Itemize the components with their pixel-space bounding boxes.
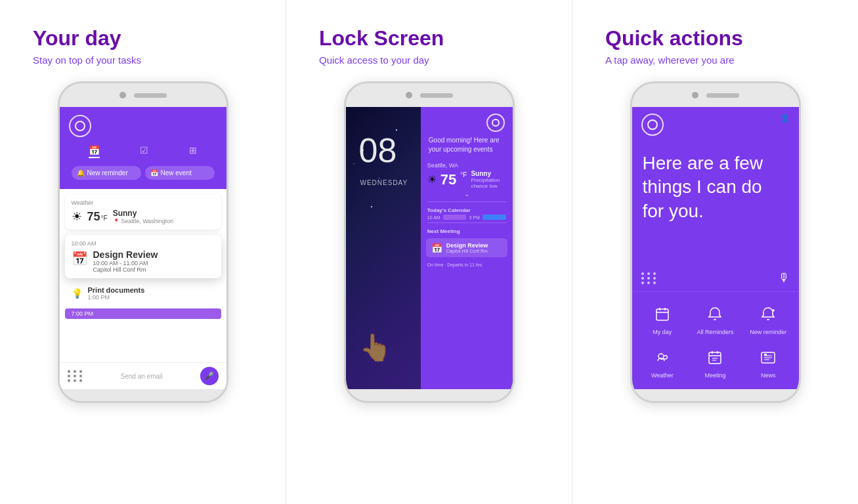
lockscreen-city: Seattle, WA xyxy=(421,158,513,170)
svg-rect-0 xyxy=(656,309,668,320)
star-5 xyxy=(371,206,372,207)
section-3-title: Quick actions xyxy=(586,26,743,51)
action-new-reminder[interactable]: New reminder xyxy=(742,297,795,341)
new-event-button[interactable]: 📅 New event xyxy=(145,166,215,180)
phone-2-top-bar xyxy=(346,83,513,107)
all-reminders-label: All Reminders xyxy=(697,329,733,335)
calendar-section-label: Today's Calendar xyxy=(421,205,513,215)
phone-1-screen: 📅 ☑ ⊞ 🔔 New reminder 📅 New event xyxy=(60,107,226,389)
p3-dot-9 xyxy=(653,282,656,284)
cortana-inner-3 xyxy=(647,119,658,130)
action-weather[interactable]: Weather xyxy=(636,341,689,384)
phone-3-top-bar xyxy=(632,83,799,107)
action-meeting[interactable]: Meeting xyxy=(689,341,742,384)
svg-rect-19 xyxy=(764,354,767,356)
calendar-bar-blue xyxy=(483,215,506,220)
cortana-greeting: Good morning! Here are your upcoming eve… xyxy=(421,136,513,154)
cortana-logo-1 xyxy=(69,115,91,137)
user-icon[interactable]: 👤 xyxy=(780,114,790,123)
event-title: Design Review xyxy=(93,249,158,260)
chevron-down-icon[interactable]: ⌄ xyxy=(421,189,513,199)
all-reminders-icon xyxy=(703,303,727,326)
event-row: 📅 Design Review 10:00 AM - 11:00 AM Capi… xyxy=(72,249,215,273)
section-3-subtitle: A tap away, wherever you are xyxy=(586,54,735,66)
phone-3: 👤 Here are a few things I can do for you… xyxy=(630,81,801,403)
weather-row: ☀ 75 °F Sunny 📍 Seattle, Washington xyxy=(72,209,215,224)
tab-icon-check[interactable]: ☑ xyxy=(140,145,148,158)
star-2 xyxy=(379,178,379,178)
p3-dot-8 xyxy=(647,282,650,284)
weather-info: Sunny 📍 Seattle, Washington xyxy=(113,209,174,224)
dot-6 xyxy=(79,375,82,377)
reminder-row: 💡 Print documents 1:00 PM xyxy=(65,282,221,304)
section-1-subtitle: Stay on top of your tasks xyxy=(13,54,141,66)
event-popup: 10:00 AM 📅 Design Review 10:00 AM - 11:0… xyxy=(65,235,221,278)
phone-2-bottom-bar xyxy=(346,389,513,401)
phone-3-speaker xyxy=(706,93,739,98)
weather-card-label: Weather xyxy=(72,200,215,206)
dot-8 xyxy=(74,379,76,382)
cp-divider-2 xyxy=(427,222,506,223)
phone-3-bottom-bar xyxy=(632,389,799,401)
p3-dot-5 xyxy=(647,277,650,280)
phone-1-tabs: 📅 ☑ ⊞ xyxy=(69,142,217,161)
next-meeting-label: Next Meeting xyxy=(421,226,513,236)
dot-2 xyxy=(74,370,76,373)
event-time: 10:00 AM - 11:00 AM xyxy=(93,260,158,266)
lockscreen-condition: Sunny xyxy=(471,170,505,177)
mic-icon-3[interactable]: 🎙 xyxy=(778,271,790,285)
cortana-inner-circle-1 xyxy=(75,121,85,131)
meeting-calendar-icon: 📅 xyxy=(431,243,442,253)
tab-icon-calendar[interactable]: 📅 xyxy=(89,145,100,158)
spacer xyxy=(632,232,799,264)
news-icon-3 xyxy=(756,346,780,369)
lockscreen-temp: 75 xyxy=(440,171,456,188)
lockscreen-weather-row: ☀ 75 °F Sunny Precipitation chance low xyxy=(421,170,513,189)
news-label-3: News xyxy=(761,372,776,379)
reminder-details: Print documents 1:00 PM xyxy=(88,286,145,301)
section-your-day: Your day Stay on top of your tasks 📅 ☑ ⊞ xyxy=(0,0,286,504)
lockscreen-meeting-card: 📅 Design Review Capitol Hill Conf Rm xyxy=(426,238,507,257)
p3-dot-6 xyxy=(653,277,656,280)
p3-dot-1 xyxy=(641,272,644,275)
phone-1-camera xyxy=(119,92,126,98)
weather-temp: 75 xyxy=(87,210,100,224)
p3-dot-4 xyxy=(641,277,644,280)
phone-1: 📅 ☑ ⊞ 🔔 New reminder 📅 New event xyxy=(58,81,228,403)
phone-2-camera xyxy=(406,92,412,98)
dot-1 xyxy=(68,370,70,373)
new-reminder-label: New reminder xyxy=(87,169,128,177)
my-day-icon xyxy=(651,303,674,326)
phone-1-top-bar xyxy=(60,83,226,107)
dot-9 xyxy=(79,379,82,382)
event-location: Capitol Hill Conf Rm xyxy=(93,266,158,273)
quick-actions-grid: My day All Reminders xyxy=(632,292,799,389)
event-time-label: 10:00 AM xyxy=(72,240,215,247)
action-news[interactable]: News xyxy=(742,341,795,384)
cortana-panel: Good morning! Here are your upcoming eve… xyxy=(421,107,513,389)
my-day-label: My day xyxy=(653,329,672,335)
reminder-time: 1:00 PM xyxy=(88,294,145,301)
action-my-day[interactable]: My day xyxy=(636,297,689,341)
apps-grid-icon-3[interactable] xyxy=(641,272,657,284)
calendar-icon-small: 📅 xyxy=(150,169,158,177)
new-reminder-button[interactable]: 🔔 New reminder xyxy=(72,166,141,180)
main-container: Your day Stay on top of your tasks 📅 ☑ ⊞ xyxy=(0,0,858,504)
phone-2-screen: 08 WEDNESDAY Good morning! Here are your… xyxy=(346,107,513,389)
transport-info: On time · Departs in 11 hrs xyxy=(421,260,513,270)
mic-button-1[interactable]: 🎤 xyxy=(200,367,219,385)
action-all-reminders[interactable]: All Reminders xyxy=(689,297,742,341)
p3-dot-2 xyxy=(647,272,650,275)
section-2-title: Lock Screen xyxy=(299,26,444,51)
cortana-logo-2 xyxy=(486,114,505,132)
tab-icon-grid[interactable]: ⊞ xyxy=(189,145,197,158)
phone-1-speaker xyxy=(134,93,167,98)
meeting-location: Capitol Hill Conf Rm xyxy=(446,249,488,253)
dot-4 xyxy=(68,375,70,377)
cortana-tagline: Here are a few things I can do for you. xyxy=(632,142,799,232)
reminder-title: Print documents xyxy=(88,286,145,294)
weather-location: 📍 Seattle, Washington xyxy=(113,218,174,224)
phone-1-bottom-bar: Send an email 🎤 xyxy=(60,362,226,389)
apps-grid-icon[interactable] xyxy=(68,370,83,382)
cp-divider xyxy=(427,201,506,202)
